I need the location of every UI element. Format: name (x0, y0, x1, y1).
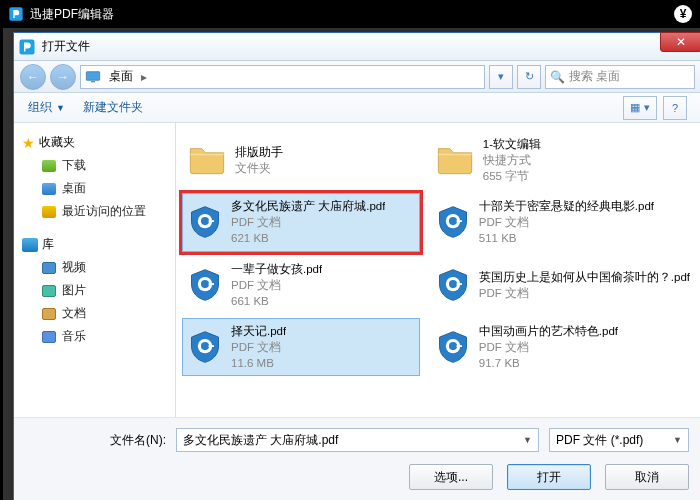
file-item[interactable]: 择天记.pdfPDF 文档11.6 MB (182, 318, 420, 376)
refresh-button[interactable]: ↻ (517, 65, 541, 89)
dialog-title: 打开文件 (42, 38, 90, 55)
breadcrumb-location[interactable]: 桌面 (105, 68, 137, 85)
music-icon (42, 331, 56, 343)
svg-point-11 (201, 280, 209, 288)
file-type: PDF 文档 (479, 285, 690, 301)
sidebar-item-recent[interactable]: 最近访问的位置 (20, 200, 169, 223)
pdf-icon (187, 267, 223, 303)
app-title: 迅捷PDF编辑器 (30, 6, 114, 23)
search-input[interactable]: 🔍 搜索 桌面 (545, 65, 695, 89)
file-type: PDF 文档 (231, 339, 286, 355)
options-button[interactable]: 选项... (409, 464, 493, 490)
svg-rect-12 (209, 283, 214, 285)
file-item[interactable]: 多文化民族遗产 大庙府城.pdfPDF 文档621 KB (182, 193, 420, 251)
currency-icon[interactable]: ¥ (674, 5, 692, 23)
file-type: PDF 文档 (231, 277, 322, 293)
file-type: PDF 文档 (479, 214, 654, 230)
folder-icon (435, 142, 475, 178)
app-icon (8, 6, 24, 22)
sidebar-item-pictures[interactable]: 图片 (20, 279, 169, 302)
dialog-titlebar: 打开文件 ✕ (14, 33, 700, 61)
file-size: 91.7 KB (479, 355, 618, 371)
dialog-footer: 文件名(N): 多文化民族遗产 大庙府城.pdf▼ PDF 文件 (*.pdf)… (14, 417, 700, 500)
search-icon: 🔍 (550, 70, 565, 84)
file-type: 快捷方式 (483, 152, 541, 168)
pdf-icon (435, 204, 471, 240)
desktop-icon (85, 70, 101, 84)
svg-point-17 (201, 342, 209, 350)
sidebar: ★收藏夹 下载 桌面 最近访问的位置 库 视频 图片 文档 音乐 (14, 123, 176, 417)
svg-rect-21 (456, 345, 461, 347)
file-meta: 中国动画片的艺术特色.pdfPDF 文档91.7 KB (479, 323, 618, 371)
library-icon (22, 238, 38, 252)
file-type: PDF 文档 (479, 339, 618, 355)
pdf-icon (435, 267, 471, 303)
chevron-right-icon: ▸ (141, 70, 147, 84)
pdf-icon (435, 329, 471, 365)
svg-point-20 (449, 342, 457, 350)
cancel-button[interactable]: 取消 (605, 464, 689, 490)
file-meta: 英国历史上是如何从中国偷茶叶的？.pdfPDF 文档 (479, 269, 690, 301)
recent-icon (42, 206, 56, 218)
file-name: 择天记.pdf (231, 323, 286, 339)
sidebar-item-video[interactable]: 视频 (20, 256, 169, 279)
sidebar-item-music[interactable]: 音乐 (20, 325, 169, 348)
nav-forward-button[interactable]: → (50, 64, 76, 90)
nav-row: ← → 桌面 ▸ ▾ ↻ 🔍 搜索 桌面 (14, 61, 700, 93)
file-list: 排版助手文件夹1-软文编辑快捷方式655 字节多文化民族遗产 大庙府城.pdfP… (176, 123, 700, 417)
file-name: 一辈子做女孩.pdf (231, 261, 322, 277)
star-icon: ★ (22, 135, 35, 151)
file-name: 英国历史上是如何从中国偷茶叶的？.pdf (479, 269, 690, 285)
file-meta: 多文化民族遗产 大庙府城.pdfPDF 文档621 KB (231, 198, 385, 246)
file-name: 排版助手 (235, 144, 283, 160)
file-name: 十部关于密室悬疑的经典电影.pdf (479, 198, 654, 214)
dialog-icon (18, 38, 36, 56)
chevron-down-icon: ▼ (56, 103, 65, 113)
download-icon (42, 160, 56, 172)
nav-back-button[interactable]: ← (20, 64, 46, 90)
file-size: 511 KB (479, 230, 654, 246)
organize-menu[interactable]: 组织▼ (28, 99, 65, 116)
svg-rect-15 (456, 283, 461, 285)
sidebar-item-documents[interactable]: 文档 (20, 302, 169, 325)
app-titlebar: 迅捷PDF编辑器 ¥ (0, 0, 700, 28)
chevron-down-icon: ▼ (673, 435, 682, 445)
filename-input[interactable]: 多文化民族遗产 大庙府城.pdf▼ (176, 428, 539, 452)
new-folder-button[interactable]: 新建文件夹 (83, 99, 143, 116)
svg-point-5 (201, 217, 209, 225)
file-item[interactable]: 中国动画片的艺术特色.pdfPDF 文档91.7 KB (430, 318, 695, 376)
file-size: 621 KB (231, 230, 385, 246)
search-placeholder: 搜索 桌面 (569, 68, 620, 85)
file-meta: 1-软文编辑快捷方式655 字节 (483, 136, 541, 184)
filename-label: 文件名(N): (26, 432, 166, 449)
file-item[interactable]: 1-软文编辑快捷方式655 字节 (430, 131, 695, 189)
sidebar-favorites[interactable]: ★收藏夹 (20, 131, 169, 154)
filetype-select[interactable]: PDF 文件 (*.pdf)▼ (549, 428, 689, 452)
open-button[interactable]: 打开 (507, 464, 591, 490)
sidebar-item-desktop[interactable]: 桌面 (20, 177, 169, 200)
svg-point-14 (449, 280, 457, 288)
open-file-dialog: 打开文件 ✕ ← → 桌面 ▸ ▾ ↻ 🔍 搜索 桌面 组织▼ 新建文件夹 ▦ … (13, 32, 700, 500)
file-item[interactable]: 一辈子做女孩.pdfPDF 文档661 KB (182, 256, 420, 314)
view-button[interactable]: ▦ ▾ (623, 96, 657, 120)
help-button[interactable]: ? (663, 96, 687, 120)
svg-rect-2 (86, 71, 99, 80)
file-name: 多文化民族遗产 大庙府城.pdf (231, 198, 385, 214)
pdf-icon (187, 204, 223, 240)
file-item[interactable]: 英国历史上是如何从中国偷茶叶的？.pdfPDF 文档 (430, 256, 695, 314)
sidebar-library[interactable]: 库 (20, 233, 169, 256)
documents-icon (42, 308, 56, 320)
file-item[interactable]: 十部关于密室悬疑的经典电影.pdfPDF 文档511 KB (430, 193, 695, 251)
sidebar-item-downloads[interactable]: 下载 (20, 154, 169, 177)
chevron-down-icon: ▼ (523, 435, 532, 445)
file-name: 中国动画片的艺术特色.pdf (479, 323, 618, 339)
folder-icon (187, 142, 227, 178)
dropdown-button[interactable]: ▾ (489, 65, 513, 89)
close-button[interactable]: ✕ (660, 32, 700, 52)
file-meta: 排版助手文件夹 (235, 144, 283, 176)
file-item[interactable]: 排版助手文件夹 (182, 131, 420, 189)
file-meta: 择天记.pdfPDF 文档11.6 MB (231, 323, 286, 371)
breadcrumb[interactable]: 桌面 ▸ (80, 65, 485, 89)
svg-rect-18 (209, 345, 214, 347)
toolbar: 组织▼ 新建文件夹 ▦ ▾ ? (14, 93, 700, 123)
